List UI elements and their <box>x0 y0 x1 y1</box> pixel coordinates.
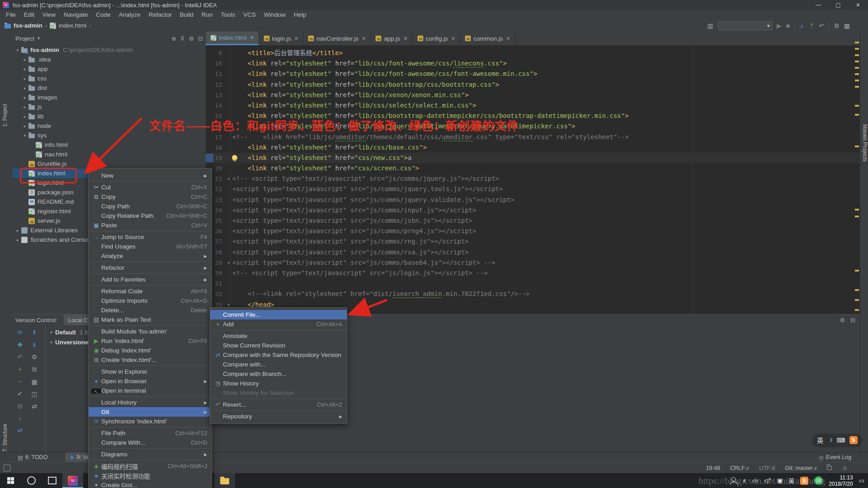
menu-item-cut[interactable]: ✂CutCtrl+X <box>89 183 212 192</box>
menu-item-jump-to-source[interactable]: →Jump to SourceF4 <box>89 232 212 242</box>
maximize-button[interactable]: ▢ <box>828 0 848 10</box>
code-text[interactable]: <link rel="stylesheet" href="lib/css/fon… <box>232 69 860 79</box>
minimize-button[interactable]: — <box>808 0 828 10</box>
hidden-icons-arrow[interactable]: ∧ <box>742 477 746 484</box>
project-panel-title[interactable]: Project <box>15 35 34 42</box>
code-text[interactable]: <link rel="stylesheet" href="css/screen.… <box>232 163 860 174</box>
tab-login-js[interactable]: login.js✕ <box>259 32 303 45</box>
vc-settings-icon[interactable]: ⚙ <box>32 353 38 361</box>
menu-item-repository[interactable]: Repository▶ <box>210 412 347 421</box>
menu-item-commit-file[interactable]: Commit File... <box>210 310 347 319</box>
line-number[interactable]: 14 <box>206 100 225 111</box>
tree-item-fss-admin[interactable]: ▾fss-adminC:\project\IDEA\fss-admin <box>13 45 206 55</box>
close-icon[interactable]: ✕ <box>403 36 407 42</box>
menubar-item-code[interactable]: Code <box>92 10 114 19</box>
tree-item-images[interactable]: ▸images <box>13 93 206 102</box>
menu-item-open-in-terminal[interactable]: >_Open in terminal <box>89 386 212 395</box>
vc-copy-icon[interactable]: ⧉ <box>32 366 37 373</box>
sidebar-item-project[interactable]: 1: Project <box>2 104 8 127</box>
hide-panel-icon[interactable]: ⊟ <box>198 35 203 42</box>
vc-down-icon[interactable]: ⇣ <box>17 414 23 422</box>
code-text[interactable]: <link rel="stylesheet" href="lib/css/sel… <box>232 100 860 111</box>
undo-icon[interactable]: ↶ <box>819 22 824 29</box>
code-text[interactable]: <script type="text/javascript" src="js/c… <box>232 195 860 205</box>
vc-grid-icon[interactable]: ▦ <box>31 378 37 385</box>
vc-flow-icon[interactable]: ⇄ <box>32 403 37 410</box>
menubar-item-refactor[interactable]: Refactor <box>145 10 176 19</box>
moon-icon[interactable]: ☽ <box>828 437 833 443</box>
ime-mode-label[interactable]: 英 <box>817 436 823 445</box>
close-button[interactable]: ✕ <box>848 0 868 10</box>
settings-gear-icon[interactable]: ⚙ <box>834 22 840 29</box>
menubar-item-tools[interactable]: Tools <box>217 10 240 19</box>
menu-item-build-module-fss-admin[interactable]: Build Module 'fss-admin' <box>89 327 212 336</box>
menu-item-paste[interactable]: ▣PasteCtrl+V <box>89 221 212 230</box>
sogou-logo-icon[interactable]: S <box>849 436 858 444</box>
menu-item-show-in-explorer[interactable]: Show in Explorer <box>89 367 212 376</box>
vc-collapse-all-icon[interactable]: ⇟ <box>32 341 37 348</box>
menu-item-show-current-revision[interactable]: Show Current Revision <box>210 341 347 350</box>
code-text[interactable]: <link rel="stylesheet" href="css/new.css… <box>232 153 860 163</box>
close-icon[interactable]: ✕ <box>506 36 510 42</box>
ime-indicator[interactable]: 英 <box>788 476 794 485</box>
tab-index-html[interactable]: index.html✕ <box>206 32 259 45</box>
code-text[interactable]: <script type="text/javascript" src="js/c… <box>232 205 860 216</box>
run-config-combo[interactable]: ▾ <box>718 21 772 30</box>
vc-refresh-icon[interactable]: ⟳ <box>17 329 23 336</box>
menu-item-reformat-code[interactable]: Reformat CodeAlt+F8 <box>89 286 212 296</box>
line-number[interactable]: 9 <box>206 48 225 58</box>
vc-split-icon[interactable]: ◫ <box>31 390 37 398</box>
menu-item-run-index-html[interactable]: ▶Run 'index.html'Ctrl+F9 <box>89 336 212 346</box>
menu-item-new[interactable]: New▶ <box>89 171 212 180</box>
code-text[interactable]: <script type="text/javascript" src="js/c… <box>232 216 860 226</box>
task-view-button[interactable] <box>42 473 62 488</box>
git-branch-indicator[interactable]: Git: master⇵ <box>785 465 817 471</box>
close-icon[interactable]: ✕ <box>250 35 254 41</box>
encoding-indicator[interactable]: UTF-8 <box>759 465 775 471</box>
menu-item-file-path[interactable]: File PathCtrl+Alt+F12 <box>89 428 212 438</box>
settings-gear-icon[interactable]: ⚙ <box>189 35 194 42</box>
close-icon[interactable]: ✕ <box>451 36 455 42</box>
menu-item-refactor[interactable]: Refactor▶ <box>89 263 212 272</box>
sidebar-item-structure[interactable]: 7: Structure <box>2 424 8 452</box>
code-text[interactable]: <title>后台管理系统</title> <box>232 48 860 58</box>
line-number[interactable]: 18 <box>206 142 225 153</box>
menu-item-compare-with[interactable]: Compare With...Ctrl+D <box>89 438 212 447</box>
monitor-icon[interactable]: ▣ <box>777 477 783 484</box>
search-everywhere-icon[interactable]: ▦ <box>844 22 850 29</box>
menubar-item-analyze[interactable]: Analyze <box>115 10 145 19</box>
vc-hide-icon[interactable]: ⊟ <box>850 317 855 324</box>
menu-item-open-in-browser[interactable]: ●Open in Browser▶ <box>89 376 212 386</box>
menu-item-create-gist[interactable]: ✦Create Gist... <box>89 480 212 488</box>
menu-item-diagrams[interactable]: Diagrams▶ <box>89 450 212 459</box>
code-text[interactable]: <script type="text/javascript" src="js/c… <box>232 258 860 268</box>
menu-item-item[interactable]: ◈关闭实时检测功能 <box>89 471 212 480</box>
sidebar-item-maven-projects[interactable]: Maven Projects <box>862 124 868 162</box>
menu-item-show-history[interactable]: ◷Show History <box>210 379 347 388</box>
vc-gear-icon[interactable]: ⚙ <box>840 317 845 324</box>
vc-add-icon[interactable]: + <box>18 366 22 373</box>
menubar-item-navigate[interactable]: Navigate <box>60 10 92 19</box>
notification-center-icon[interactable]: ▭ <box>859 477 864 484</box>
menu-item-compare-with-branch[interactable]: Compare with Branch... <box>210 369 347 379</box>
menu-item-compare-with-the-same-repository-version[interactable]: ⇄Compare with the Same Repository Versio… <box>210 350 347 360</box>
fold-marker-icon[interactable]: ▾ <box>225 174 232 184</box>
menubar-item-window[interactable]: Window <box>260 10 290 19</box>
breadcrumb-item-index-html[interactable]: index.html <box>59 22 87 29</box>
code-text[interactable]: <script type="text/javascript" src="js/c… <box>232 184 860 194</box>
breadcrumb-item-fss-admin[interactable]: fss-admin <box>14 22 42 29</box>
menu-item-synchronize-index-html[interactable]: ⟳Synchronize 'index.html' <box>89 417 212 426</box>
vc-branch-icon[interactable]: ❖ <box>17 341 23 348</box>
code-text[interactable]: <link rel="stylesheet" href="lib/css/xen… <box>232 90 860 100</box>
cortana-button[interactable] <box>21 473 42 488</box>
menu-item-create-index-html[interactable]: ⊞Create 'index.html'... <box>89 355 212 365</box>
menu-item-copy[interactable]: ⧉CopyCtrl+C <box>89 192 212 202</box>
menu-item-annotate[interactable]: Annotate <box>210 331 347 341</box>
tree-item-gruntfile-js[interactable]: Gruntfile.js <box>13 159 206 169</box>
stop-button[interactable]: ■ <box>786 22 790 29</box>
menu-item-analyze[interactable]: Analyze▶ <box>89 251 212 261</box>
menu-item-delete[interactable]: Delete...Delete <box>89 305 212 315</box>
locate-icon[interactable]: ⊕ <box>171 35 176 42</box>
code-text[interactable]: <script type="text/javascript" src="js/c… <box>232 236 860 247</box>
layout-icon[interactable]: ▥ <box>708 22 713 29</box>
